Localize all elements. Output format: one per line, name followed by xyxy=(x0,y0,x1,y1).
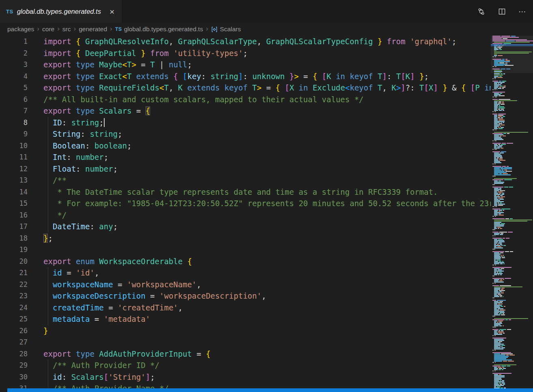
code-line[interactable]: 30 id: Scalars['String']; xyxy=(0,371,491,383)
breadcrumb-item-global-db-types-generated-ts[interactable]: TSglobal.db.types.generated.ts xyxy=(115,26,203,33)
code-line[interactable]: 14 * The DateTime scalar type represents… xyxy=(0,186,491,198)
code-text: metadata = 'metadata' xyxy=(43,313,150,325)
indent-guide xyxy=(48,117,48,129)
line-number[interactable]: 28 xyxy=(0,348,28,360)
line-number[interactable]: 25 xyxy=(0,313,28,325)
indent-guide xyxy=(48,128,48,140)
open-changes-icon[interactable] xyxy=(476,6,486,16)
indent-guide xyxy=(48,290,48,302)
line-number[interactable]: 26 xyxy=(0,325,28,337)
line-number[interactable]: 9 xyxy=(0,128,28,140)
line-number[interactable]: 16 xyxy=(0,209,28,221)
code-line[interactable]: 1import { GraphQLResolveInfo, GraphQLSca… xyxy=(0,36,491,47)
code-text: workspaceName = 'workspaceName', xyxy=(43,279,201,291)
indent-guide xyxy=(48,221,48,233)
code-line[interactable]: 29 /** Auth Provider ID */ xyxy=(0,360,491,371)
indent-guide xyxy=(48,163,48,175)
code-line[interactable]: 27 xyxy=(0,336,491,348)
line-number[interactable]: 24 xyxy=(0,302,28,314)
code-line[interactable]: 23 workspaceDescription = 'workspaceDesc… xyxy=(0,290,491,302)
code-text: }; xyxy=(43,233,53,244)
code-line[interactable]: 4export type Exact<T extends { [key: str… xyxy=(0,71,491,82)
breadcrumb-item-src[interactable]: src xyxy=(62,26,71,33)
line-number[interactable]: 27 xyxy=(0,336,28,348)
code-editor[interactable]: 1import { GraphQLResolveInfo, GraphQLSca… xyxy=(0,36,491,392)
typescript-file-icon: TS xyxy=(6,9,13,15)
breadcrumb-item-packages[interactable]: packages xyxy=(7,26,34,33)
line-number[interactable]: 8 xyxy=(0,117,28,129)
breadcrumb-item-core[interactable]: core xyxy=(42,26,54,33)
line-number[interactable]: 4 xyxy=(0,71,28,82)
code-text: import { GraphQLResolveInfo, GraphQLScal… xyxy=(43,36,456,47)
line-number[interactable]: 29 xyxy=(0,360,28,371)
code-line[interactable]: 26} xyxy=(0,325,491,337)
split-editor-icon[interactable] xyxy=(497,6,507,16)
code-line[interactable]: 17 DateTime: any; xyxy=(0,221,491,233)
line-number[interactable]: 20 xyxy=(0,256,28,267)
code-text: ID: string; xyxy=(43,117,105,129)
code-line[interactable]: 18}; xyxy=(0,233,491,244)
status-bar[interactable] xyxy=(7,388,533,392)
line-number[interactable]: 17 xyxy=(0,221,28,233)
line-number[interactable]: 23 xyxy=(0,290,28,302)
code-line[interactable]: 16 */ xyxy=(0,209,491,221)
code-line[interactable]: 28export type AddAuthProviderInput = { xyxy=(0,348,491,360)
code-line[interactable]: 15 * For example: "1985-04-12T23:20:50.5… xyxy=(0,198,491,209)
line-number[interactable]: 15 xyxy=(0,198,28,209)
line-number[interactable]: 18 xyxy=(0,233,28,244)
code-text: Float: number; xyxy=(43,163,118,175)
code-text: String: string; xyxy=(43,128,123,140)
indent-guide xyxy=(48,151,48,163)
close-tab-icon[interactable]: × xyxy=(108,7,116,16)
line-number[interactable]: 6 xyxy=(0,94,28,106)
code-line[interactable]: 8 ID: string; xyxy=(0,117,491,129)
code-text: export enum WorkspaceOrderable { xyxy=(43,256,192,267)
code-line[interactable]: 19 xyxy=(0,244,491,256)
line-number[interactable]: 3 xyxy=(0,59,28,71)
line-number[interactable]: 1 xyxy=(0,36,28,47)
code-text: * For example: "1985-04-12T23:20:50.52Z"… xyxy=(43,198,491,209)
line-number[interactable]: 11 xyxy=(0,151,28,163)
code-line[interactable]: 7export type Scalars = { xyxy=(0,105,491,117)
minimap[interactable] xyxy=(491,36,533,389)
breadcrumb-item-generated[interactable]: generated xyxy=(79,26,107,33)
breadcrumb-label: global.db.types.generated.ts xyxy=(124,26,203,33)
code-line[interactable]: 13 /** xyxy=(0,174,491,186)
code-line[interactable]: 21 id = 'id', xyxy=(0,267,491,279)
code-text: workspaceDescription = 'workspaceDescrip… xyxy=(43,290,266,302)
breadcrumb: packages›core›src›generated›TSglobal.db.… xyxy=(7,23,241,36)
code-line[interactable]: 5export type RequireFields<T, K extends … xyxy=(0,82,491,94)
code-line[interactable]: 2import { DeepPartial } from 'utility-ty… xyxy=(0,47,491,59)
line-number[interactable]: 2 xyxy=(0,47,28,59)
code-line[interactable]: 10 Boolean: boolean; xyxy=(0,140,491,152)
code-line[interactable]: 25 metadata = 'metadata' xyxy=(0,313,491,325)
code-line[interactable]: 22 workspaceName = 'workspaceName', xyxy=(0,279,491,291)
code-text: Boolean: boolean; xyxy=(43,140,131,152)
code-text: export type Exact<T extends { [key: stri… xyxy=(43,71,429,82)
line-number[interactable]: 30 xyxy=(0,371,28,383)
code-line[interactable]: 20export enum WorkspaceOrderable { xyxy=(0,256,491,267)
line-number[interactable]: 19 xyxy=(0,244,28,256)
text-cursor xyxy=(104,118,105,127)
code-line[interactable]: 24 createdTime = 'createdTime', xyxy=(0,302,491,314)
code-line[interactable]: 11 Int: number; xyxy=(0,151,491,163)
breadcrumb-label: packages xyxy=(7,26,34,33)
breadcrumb-item-scalars[interactable]: Scalars xyxy=(211,26,241,33)
line-number[interactable]: 5 xyxy=(0,82,28,94)
code-line[interactable]: 9 String: string; xyxy=(0,128,491,140)
line-number[interactable]: 21 xyxy=(0,267,28,279)
code-line[interactable]: 6/** All built-in and custom scalars, ma… xyxy=(0,94,491,106)
code-line[interactable]: 12 Float: number; xyxy=(0,163,491,175)
tab-global-db-types[interactable]: TS global.db.types.generated.ts × xyxy=(0,0,122,23)
line-number[interactable]: 10 xyxy=(0,140,28,152)
line-number[interactable]: 12 xyxy=(0,163,28,175)
more-actions-icon[interactable]: ⋯ xyxy=(518,6,527,16)
line-number[interactable]: 22 xyxy=(0,279,28,291)
code-text: * The DateTime scalar type represents da… xyxy=(43,186,438,198)
line-number[interactable]: 14 xyxy=(0,186,28,198)
code-text: import { DeepPartial } from 'utility-typ… xyxy=(43,47,247,59)
line-number[interactable]: 7 xyxy=(0,105,28,117)
indent-guide xyxy=(48,209,48,221)
code-line[interactable]: 3export type Maybe<T> = T | null; xyxy=(0,59,491,71)
line-number[interactable]: 13 xyxy=(0,174,28,186)
